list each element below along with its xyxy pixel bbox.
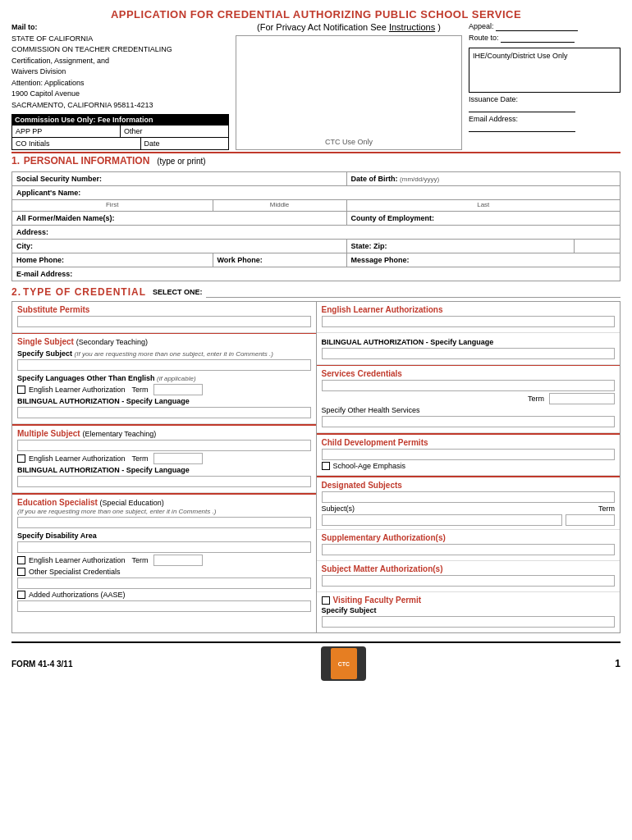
child-development-title: Child Development Permits — [322, 438, 616, 447]
home-phone-label: Home Phone: — [12, 253, 213, 267]
education-specialist-input[interactable] — [17, 517, 311, 528]
subjects-input[interactable] — [322, 514, 563, 526]
term-label-right: Term — [598, 504, 615, 513]
address-label: Address: — [12, 226, 621, 240]
page-title: APPLICATION FOR CREDENTIAL AUTHORIZING P… — [11, 8, 621, 21]
other-specialist-checkbox[interactable] — [17, 568, 25, 576]
subtitle-text: (For Privacy Act Notification See — [257, 22, 387, 32]
visiting-faculty-checkbox[interactable] — [322, 596, 330, 605]
select-one-label: SELECT ONE: — [153, 288, 203, 296]
specify-health-input[interactable] — [322, 416, 616, 427]
term-input-right[interactable] — [566, 514, 615, 526]
page-number: 1 — [615, 658, 621, 669]
other-specialist-input[interactable] — [17, 578, 311, 589]
education-specialist-subtitle: (Special Education) — [100, 499, 164, 507]
work-phone-label: Work Phone: — [213, 253, 346, 267]
section2-number: 2. — [11, 286, 21, 298]
county-label: County of Employment: — [346, 212, 620, 226]
term-input-1[interactable] — [153, 384, 203, 395]
ihe-text: IHE/County/District Use Only — [473, 52, 568, 60]
bilingual-input-2[interactable] — [17, 476, 311, 487]
date-cell: Date — [141, 138, 228, 149]
other-specialist-label: Other Specialist Credentials — [29, 568, 121, 576]
subtitle-end: ) — [437, 22, 441, 32]
left-column: Substitute Permits Single Subject (Secon… — [12, 302, 317, 632]
mail-line4: Waivers Division — [11, 67, 66, 75]
section1-subtitle: (type or print) — [157, 157, 205, 166]
footer: FORM 41-4 3/11 CTC 1 — [11, 641, 621, 681]
bilingual-input-1[interactable] — [17, 407, 311, 418]
specify-health-label: Specify Other Health Services — [322, 406, 616, 414]
substitute-permits-section: Substitute Permits — [12, 302, 316, 333]
term-input-3[interactable] — [153, 555, 203, 566]
services-term-input[interactable] — [549, 393, 615, 404]
section1-number: 1. — [11, 155, 20, 167]
select-one-field[interactable] — [206, 286, 621, 298]
child-development-input[interactable] — [322, 449, 616, 460]
added-auth-input[interactable] — [17, 600, 311, 612]
specify-languages-title: Specify Languages Other Than English — [17, 374, 155, 382]
app-pp-cell: APP PP — [12, 126, 121, 137]
state-zip-label: State: Zip: — [346, 240, 575, 253]
page: APPLICATION FOR CREDENTIAL AUTHORIZING P… — [0, 0, 632, 840]
dob-label: Date of Birth: (mm/dd/yyyy) — [346, 172, 620, 186]
services-credentials-input[interactable] — [322, 380, 616, 391]
specify-disability-input[interactable] — [17, 541, 311, 553]
term-label-3: Term — [132, 556, 149, 564]
ssn-label: Social Security Number: — [12, 172, 347, 186]
other-cell: Other — [121, 126, 228, 137]
specify-subject-label-right: Specify Subject — [322, 606, 616, 614]
first-label: First — [12, 200, 213, 212]
mail-line3: Certification, Assignment, and — [11, 57, 109, 65]
el-auth-checkbox-3[interactable] — [17, 556, 25, 564]
term-input-2[interactable] — [153, 453, 203, 464]
term-label-2: Term — [132, 454, 149, 463]
route-label: Route to: — [469, 34, 499, 42]
substitute-permits-input[interactable] — [17, 316, 311, 327]
designated-subjects-section: Designated Subjects Subject(s) Term — [317, 476, 621, 530]
bilingual-label-1: BILINGUAL AUTHORIZATION - Specify Langua… — [17, 397, 311, 405]
specify-subject-title: Specify Subject — [17, 349, 72, 358]
el-auth-input-right[interactable] — [322, 316, 616, 327]
el-auth-checkbox-2[interactable] — [17, 454, 25, 463]
right-column: English Learner Authorizations BILINGUAL… — [317, 302, 621, 632]
supplementary-auth-input[interactable] — [322, 544, 616, 555]
middle-label: Middle — [213, 200, 346, 212]
visiting-faculty-title: Visiting Faculty Permit — [333, 596, 422, 605]
el-auth-label-3: English Learner Authorization — [29, 556, 126, 564]
former-names-label: All Former/Maiden Name(s): — [12, 212, 347, 226]
message-phone-label: Message Phone: — [346, 253, 620, 267]
services-credentials-section: Services Credentials Term Specify Other … — [317, 365, 621, 433]
designated-subjects-input[interactable] — [322, 491, 616, 503]
school-age-checkbox[interactable] — [322, 462, 330, 470]
credential-columns: Substitute Permits Single Subject (Secon… — [11, 301, 621, 633]
subjects-label: Subject(s) — [322, 504, 596, 513]
issuance-label: Issuance Date: — [469, 95, 518, 103]
last-label: Last — [346, 200, 620, 212]
personal-info-table: Social Security Number: Date of Birth: (… — [11, 171, 621, 281]
section2-title: TYPE OF CREDENTIAL — [23, 286, 146, 298]
specify-subject-input[interactable] — [17, 359, 311, 371]
el-auth-checkbox-1[interactable] — [17, 386, 25, 394]
specify-subject-input-right[interactable] — [322, 616, 616, 628]
fee-box: Commission Use Only: Fee Information APP… — [11, 114, 229, 150]
section1-title: PERSONAL INFORMATION — [24, 155, 150, 167]
mail-line2: COMMISSION ON TEACHER CREDENTIALING — [11, 45, 172, 53]
subject-matter-auth-input[interactable] — [322, 575, 616, 587]
specify-languages-subtitle: (if applicable) — [157, 375, 196, 382]
substitute-permits-title: Substitute Permits — [17, 305, 311, 314]
bilingual-auth-input-right[interactable] — [322, 348, 616, 359]
bilingual-label-2: BILINGUAL AUTHORIZATION - Specify Langua… — [17, 466, 311, 474]
fee-header: Commission Use Only: Fee Information — [12, 115, 228, 125]
visiting-faculty-section: Visiting Faculty Permit Specify Subject — [317, 592, 621, 632]
multiple-subject-input[interactable] — [17, 440, 311, 451]
subtitle-link[interactable]: Instructions — [389, 22, 435, 32]
added-auth-checkbox[interactable] — [17, 591, 25, 599]
single-subject-section: Single Subject (Secondary Teaching) Spec… — [12, 333, 316, 424]
multiple-subject-title: Multiple Subject — [17, 429, 80, 438]
el-auth-row-2: English Learner Authorization Term — [17, 453, 311, 464]
multiple-subject-subtitle: (Elementary Teaching) — [82, 430, 156, 438]
email-address-label: E-mail Address: — [12, 267, 621, 281]
el-auth-label-1: English Learner Authorization — [29, 386, 126, 394]
el-auth-title: English Learner Authorizations — [322, 305, 616, 314]
